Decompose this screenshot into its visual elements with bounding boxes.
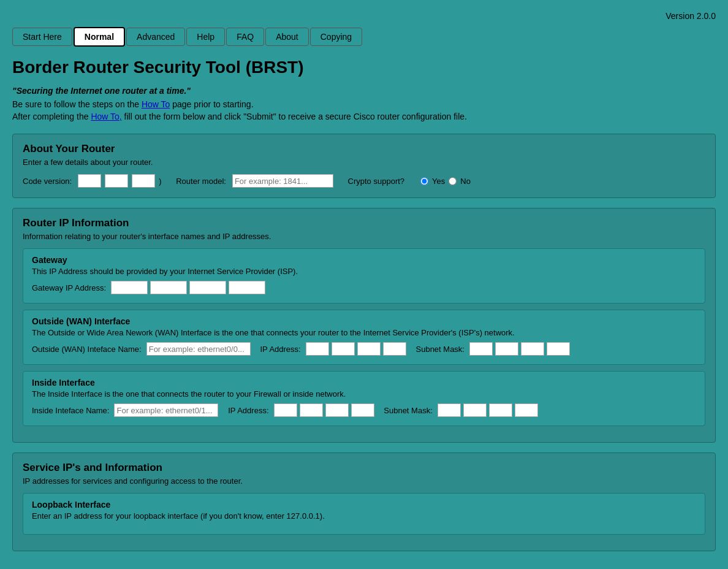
gateway-ip-label: Gateway IP Address: bbox=[32, 283, 106, 292]
tab-about[interactable]: About bbox=[265, 28, 309, 46]
inside-subnet-label: Subnet Mask: bbox=[384, 406, 433, 415]
tab-advanced[interactable]: Advanced bbox=[126, 28, 185, 46]
inside-ip-4[interactable] bbox=[351, 403, 374, 417]
gateway-ip-row: Gateway IP Address: bbox=[32, 281, 696, 294]
tab-normal[interactable]: Normal bbox=[74, 27, 125, 47]
router-model-label: Router model: bbox=[176, 177, 226, 186]
instruction-line1: Be sure to follow the steps on the How T… bbox=[12, 99, 716, 109]
inside-subnet-4[interactable] bbox=[515, 403, 538, 417]
router-ip-desc: Information relating to your router's in… bbox=[23, 232, 705, 241]
wan-ip-2[interactable] bbox=[332, 342, 355, 356]
page-title: Border Router Security Tool (BRST) bbox=[12, 58, 716, 77]
inside-subnet-1[interactable] bbox=[438, 403, 461, 417]
code-version-patch[interactable] bbox=[132, 174, 155, 188]
loopback-desc: Enter an IP address for your loopback in… bbox=[32, 511, 696, 521]
about-router-desc: Enter a few details about your router. bbox=[23, 158, 705, 167]
gateway-title: Gateway bbox=[32, 255, 696, 265]
main-container: Version 2.0.0 Start Here Normal Advanced… bbox=[0, 0, 728, 569]
inside-subnet-2[interactable] bbox=[463, 403, 487, 417]
wan-subnet-2[interactable] bbox=[495, 342, 518, 356]
service-ips-title: Service IP's and Information bbox=[23, 462, 705, 474]
wan-ip-1[interactable] bbox=[306, 342, 329, 356]
wan-name-input[interactable] bbox=[146, 342, 251, 356]
gateway-ip-1[interactable] bbox=[111, 281, 148, 294]
crypto-yes-radio[interactable] bbox=[420, 177, 428, 185]
inside-ip-label: IP Address: bbox=[228, 406, 268, 415]
router-ip-section: Router IP Information Information relati… bbox=[12, 208, 716, 443]
crypto-yes-label: Yes bbox=[432, 177, 445, 186]
gateway-ip-4[interactable] bbox=[229, 281, 265, 294]
inside-field-row: Inside Inteface Name: IP Address: Subnet… bbox=[32, 403, 696, 417]
inside-ip-3[interactable] bbox=[325, 403, 349, 417]
wan-subnet-4[interactable] bbox=[547, 342, 570, 356]
inside-desc: The Inside Interface is the one that con… bbox=[32, 389, 696, 399]
router-ip-title: Router IP Information bbox=[23, 217, 705, 229]
wan-title: Outside (WAN) Interface bbox=[32, 316, 696, 326]
crypto-radio-group: Yes No bbox=[420, 177, 471, 186]
wan-subnet-label: Subnet Mask: bbox=[416, 345, 465, 354]
loopback-title: Loopback Interface bbox=[32, 500, 696, 510]
inside-name-label: Inside Inteface Name: bbox=[32, 406, 109, 415]
gateway-ip-2[interactable] bbox=[150, 281, 187, 294]
crypto-no-radio[interactable] bbox=[449, 177, 457, 185]
loopback-subsection: Loopback Interface Enter an IP address f… bbox=[23, 493, 705, 535]
wan-subnet-3[interactable] bbox=[521, 342, 544, 356]
howto-link-1[interactable]: How To bbox=[142, 99, 170, 109]
wan-subnet-1[interactable] bbox=[469, 342, 493, 356]
crypto-no-label: No bbox=[460, 177, 471, 186]
tab-bar: Start Here Normal Advanced Help FAQ Abou… bbox=[12, 27, 716, 47]
inside-ip-2[interactable] bbox=[300, 403, 323, 417]
gateway-desc: This IP Address should be provided by yo… bbox=[32, 267, 696, 276]
wan-ip-3[interactable] bbox=[357, 342, 381, 356]
inside-title: Inside Interface bbox=[32, 378, 696, 388]
router-model-input[interactable] bbox=[232, 174, 333, 188]
inside-name-input[interactable] bbox=[114, 403, 218, 417]
wan-name-label: Outside (WAN) Inteface Name: bbox=[32, 345, 142, 354]
about-router-title: About Your Router bbox=[23, 143, 705, 155]
gateway-ip-3[interactable] bbox=[189, 281, 226, 294]
tab-faq[interactable]: FAQ bbox=[226, 28, 264, 46]
service-ips-desc: IP addresses for services and configurin… bbox=[23, 476, 705, 486]
code-version-major[interactable] bbox=[78, 174, 101, 188]
wan-ip-4[interactable] bbox=[383, 342, 406, 356]
crypto-label: Crypto support? bbox=[348, 177, 405, 186]
tagline: "Securing the Internet one router at a t… bbox=[12, 86, 716, 96]
howto-link-2[interactable]: How To, bbox=[91, 112, 121, 121]
service-ips-section: Service IP's and Information IP addresse… bbox=[12, 453, 716, 551]
wan-subsection: Outside (WAN) Interface The Outside or W… bbox=[23, 310, 705, 365]
gateway-subsection: Gateway This IP Address should be provid… bbox=[23, 248, 705, 304]
wan-field-row: Outside (WAN) Inteface Name: IP Address:… bbox=[32, 342, 696, 356]
instruction-line2: After completing the How To, fill out th… bbox=[12, 112, 716, 121]
inside-ip-1[interactable] bbox=[274, 403, 297, 417]
tab-start-here[interactable]: Start Here bbox=[12, 28, 72, 46]
code-version-label: Code version: bbox=[23, 177, 72, 186]
wan-ip-label: IP Address: bbox=[260, 345, 300, 354]
code-version-row: Code version: ) Router model: Crypto sup… bbox=[23, 174, 705, 188]
tab-help[interactable]: Help bbox=[186, 28, 225, 46]
version-bar: Version 2.0.0 bbox=[12, 6, 716, 27]
about-router-section: About Your Router Enter a few details ab… bbox=[12, 134, 716, 198]
wan-desc: The Outside or Wide Area Nework (WAN) In… bbox=[32, 328, 696, 337]
version-text: Version 2.0.0 bbox=[665, 11, 716, 21]
tab-copying[interactable]: Copying bbox=[310, 28, 362, 46]
inside-subsection: Inside Interface The Inside Interface is… bbox=[23, 371, 705, 426]
code-version-minor[interactable] bbox=[105, 174, 128, 188]
inside-subnet-3[interactable] bbox=[489, 403, 512, 417]
